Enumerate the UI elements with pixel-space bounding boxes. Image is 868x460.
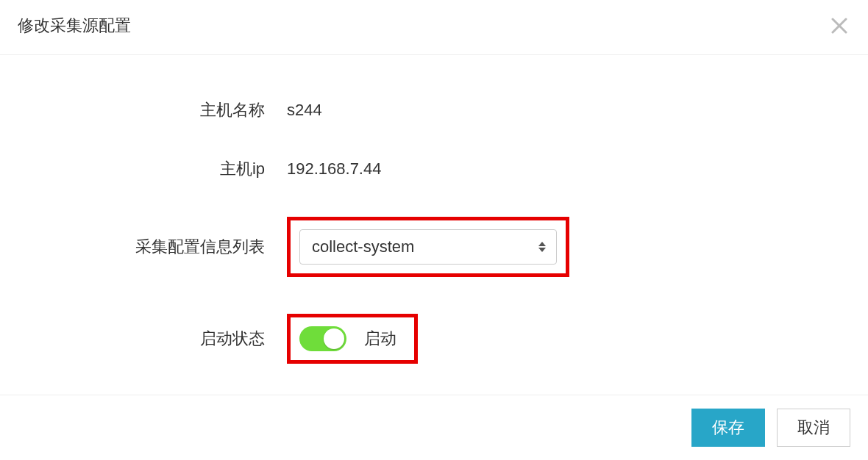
status-label: 启动状态 (29, 328, 287, 350)
modal-title: 修改采集源配置 (18, 15, 131, 37)
cancel-button[interactable]: 取消 (777, 409, 850, 447)
row-hostname: 主机名称 s244 (29, 99, 839, 121)
hostname-value: s244 (287, 101, 322, 120)
highlight-status-toggle: 启动 (287, 314, 418, 364)
svg-marker-2 (538, 242, 546, 246)
modal-footer: 保存 取消 (0, 395, 868, 460)
hostip-label: 主机ip (29, 158, 287, 180)
highlight-config-select: collect-system (287, 217, 569, 277)
status-text: 启动 (364, 328, 396, 350)
modal-dialog: 修改采集源配置 主机名称 s244 主机ip 192.168.7.44 采集配置… (0, 0, 868, 460)
save-button[interactable]: 保存 (691, 409, 765, 447)
hostip-value: 192.168.7.44 (287, 159, 381, 179)
select-arrows-icon (538, 242, 546, 252)
row-config-list: 采集配置信息列表 collect-system (29, 217, 839, 277)
hostname-label: 主机名称 (29, 99, 287, 121)
config-select-value: collect-system (312, 237, 414, 256)
config-select[interactable]: collect-system (299, 229, 557, 265)
config-list-label: 采集配置信息列表 (29, 236, 287, 258)
status-toggle[interactable] (299, 326, 346, 351)
toggle-knob (324, 328, 344, 349)
row-status: 启动状态 启动 (29, 314, 839, 364)
modal-header: 修改采集源配置 (0, 0, 868, 55)
row-hostip: 主机ip 192.168.7.44 (29, 158, 839, 180)
svg-marker-3 (538, 248, 546, 252)
close-button[interactable] (828, 15, 850, 37)
modal-body: 主机名称 s244 主机ip 192.168.7.44 采集配置信息列表 col… (0, 55, 868, 430)
close-icon (831, 18, 847, 34)
